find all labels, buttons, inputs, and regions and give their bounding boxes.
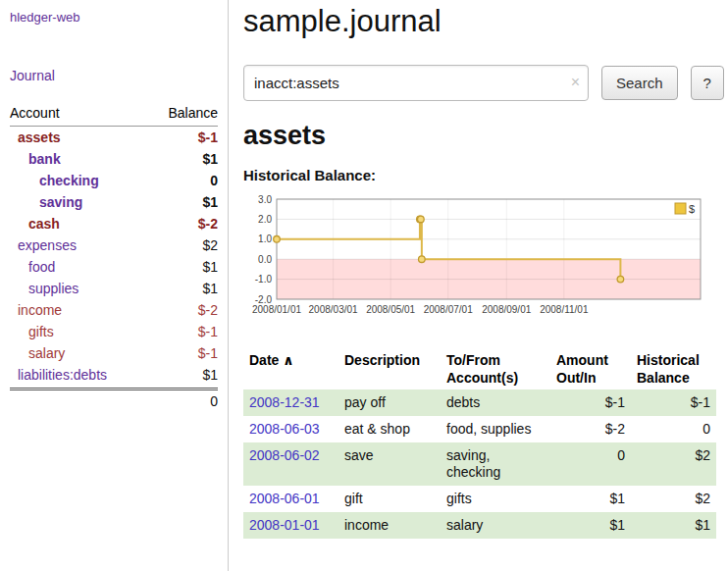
accounts-panel: Account Balance assets$-1bank$1checking0…: [10, 103, 218, 412]
register-header-balance: Historical Balance: [631, 348, 716, 389]
accounts-total-row: 0: [10, 388, 218, 412]
register-balance: $2: [631, 442, 716, 486]
chart-label: Historical Balance:: [243, 167, 716, 183]
register-date-cell: 2008-12-31: [243, 389, 338, 416]
svg-text:2008/01/01: 2008/01/01: [252, 304, 301, 315]
account-balance: $1: [202, 367, 218, 383]
sidebar-account-row: food$1: [10, 256, 218, 278]
register-header-row: Date ∧ Description To/From Account(s) Am…: [243, 348, 716, 389]
account-balance: $2: [202, 237, 218, 253]
sidebar-account-link-liabilitiesdebts[interactable]: liabilities:debts: [10, 367, 107, 383]
sidebar-account-row: cash$-2: [10, 213, 218, 234]
sidebar-account-row: saving$1: [10, 191, 218, 213]
sidebar-accounts: assets$-1bank$1checking0saving$1cash$-2e…: [10, 127, 218, 386]
historical-balance-chart-svg: 3.02.01.00.0-1.0-2.02008/01/012008/03/01…: [243, 193, 708, 329]
register-amount: $1: [550, 486, 631, 512]
table-row: 2008-01-01incomesalary$1$1: [243, 512, 716, 539]
svg-text:3.0: 3.0: [258, 194, 272, 205]
svg-text:-1.0: -1.0: [255, 274, 273, 285]
sidebar-account-link-salary[interactable]: salary: [10, 345, 65, 361]
clear-search-icon[interactable]: ×: [571, 75, 580, 90]
register-accounts: salary: [441, 512, 550, 539]
search-button[interactable]: Search: [601, 66, 678, 100]
search-bar: × Search ?: [243, 65, 716, 101]
account-balance: $-1: [198, 324, 218, 339]
account-balance: $1: [202, 281, 218, 296]
register-header-date[interactable]: Date ∧: [243, 348, 338, 389]
sidebar-account-link-cash[interactable]: cash: [10, 216, 60, 232]
account-balance: 0: [210, 173, 218, 188]
svg-text:-2.0: -2.0: [255, 294, 273, 305]
register-balance: $1: [631, 512, 716, 539]
register-amount: 0: [550, 442, 631, 486]
register-date-link[interactable]: 2008-12-31: [249, 394, 320, 410]
svg-text:$: $: [689, 203, 695, 215]
account-balance: $1: [202, 151, 218, 167]
sidebar-account-row: assets$-1: [10, 127, 218, 148]
app-brand-link[interactable]: hledger-web: [10, 10, 218, 25]
sidebar-account-row: bank$1: [10, 148, 218, 170]
accounts-header-row: Account Balance: [10, 103, 218, 127]
register-description: income: [338, 512, 441, 539]
svg-text:2008/09/01: 2008/09/01: [482, 304, 531, 315]
nav-journal-link[interactable]: Journal: [10, 68, 218, 83]
page-title: sample.journal: [243, 4, 716, 39]
search-input[interactable]: [243, 65, 589, 101]
sidebar-account-link-food[interactable]: food: [10, 259, 55, 275]
account-balance: $-2: [198, 302, 218, 318]
register-description: save: [338, 442, 441, 486]
sidebar-account-row: gifts$-1: [10, 321, 218, 342]
sidebar-account-link-supplies[interactable]: supplies: [10, 281, 78, 296]
register-date-link[interactable]: 2008-06-01: [249, 491, 320, 506]
register-date-cell: 2008-01-01: [243, 512, 338, 539]
date-header-label: Date: [249, 352, 279, 368]
main-content: sample.journal × Search ? assets Histori…: [230, 0, 728, 539]
account-balance: $1: [202, 259, 218, 275]
register-date-link[interactable]: 2008-06-02: [249, 447, 320, 463]
register-accounts: saving, checking: [441, 442, 550, 486]
register-description: gift: [338, 486, 441, 512]
register-date-link[interactable]: 2008-01-01: [249, 517, 320, 533]
sidebar-account-link-saving[interactable]: saving: [10, 194, 82, 210]
sidebar-account-row: liabilities:debts$1: [10, 364, 218, 386]
sort-ascending-icon: ∧: [283, 352, 293, 368]
help-button[interactable]: ?: [691, 66, 724, 100]
sidebar-account-link-bank[interactable]: bank: [10, 151, 61, 167]
register-date-cell: 2008-06-02: [243, 442, 338, 486]
sidebar-account-row: income$-2: [10, 299, 218, 321]
register-accounts: food, supplies: [441, 416, 550, 442]
sidebar-account-link-expenses[interactable]: expenses: [10, 237, 77, 253]
table-row: 2008-12-31pay offdebts$-1$-1: [243, 389, 716, 416]
svg-text:2008/07/01: 2008/07/01: [424, 304, 473, 315]
register-balance: $-1: [631, 389, 716, 416]
accounts-total-value: 0: [210, 393, 218, 409]
table-row: 2008-06-02savesaving, checking0$2: [243, 442, 716, 486]
sidebar-account-row: checking0: [10, 170, 218, 191]
register-table: Date ∧ Description To/From Account(s) Am…: [243, 348, 716, 539]
register-accounts: gifts: [441, 486, 550, 512]
register-amount: $1: [550, 512, 631, 539]
balance-chart: 3.02.01.00.0-1.0-2.02008/01/012008/03/01…: [243, 193, 716, 329]
sidebar: hledger-web Journal Account Balance asse…: [0, 0, 229, 571]
register-date-cell: 2008-06-03: [243, 416, 338, 442]
register-date-link[interactable]: 2008-06-03: [249, 421, 320, 437]
register-body: 2008-12-31pay offdebts$-1$-12008-06-03ea…: [243, 389, 716, 539]
register-description: eat & shop: [338, 416, 441, 442]
accounts-header-account: Account: [10, 105, 60, 121]
sidebar-account-link-income[interactable]: income: [10, 302, 62, 318]
accounts-header-balance: Balance: [168, 105, 218, 121]
sidebar-account-link-checking[interactable]: checking: [10, 173, 99, 188]
table-row: 2008-06-01giftgifts$1$2: [243, 486, 716, 512]
account-title: assets: [243, 121, 716, 151]
sidebar-account-link-assets[interactable]: assets: [10, 130, 61, 145]
register-header-amount: Amount Out/In: [550, 348, 631, 389]
register-balance: 0: [631, 416, 716, 442]
svg-text:0.0: 0.0: [258, 254, 272, 265]
account-balance: $-1: [198, 345, 218, 361]
sidebar-account-link-gifts[interactable]: gifts: [10, 324, 54, 339]
account-balance: $1: [202, 194, 218, 210]
search-box: ×: [243, 65, 589, 101]
account-balance: $-2: [198, 216, 218, 232]
register-description: pay off: [338, 389, 441, 416]
register-header-description: Description: [338, 348, 441, 389]
